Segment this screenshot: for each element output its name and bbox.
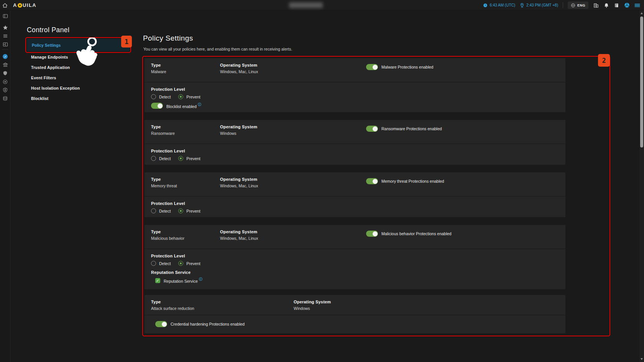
annotation-badge-2: 2 <box>598 54 610 67</box>
protection-level-label: Protection Level <box>151 87 185 92</box>
reputation-service-checkbox[interactable]: ✓ <box>155 278 160 283</box>
toggle-knob <box>373 231 378 236</box>
globe-icon <box>571 3 575 8</box>
control-panel-title: Control Panel <box>27 26 69 34</box>
os-label: Operating System <box>220 63 257 67</box>
sidebar-item-manage-endpoints[interactable]: Manage Endpoints <box>31 55 68 59</box>
sidebar-item-blocklist[interactable]: Blocklist <box>31 96 49 101</box>
detect-radio[interactable] <box>151 261 156 266</box>
info-icon[interactable]: i <box>199 277 202 281</box>
toggle-knob <box>373 179 378 184</box>
scrollbar-up-arrow-icon[interactable] <box>641 12 643 14</box>
policy-card-memory-threat: Type Memory threat Operating System Wind… <box>145 172 565 217</box>
sidebar-item-policy-settings[interactable]: Policy Settings <box>27 39 130 51</box>
toggle-label: Malware Protections enabled <box>381 65 433 69</box>
panel-toggle-icon[interactable] <box>0 13 10 19</box>
topbar-divider <box>563 2 563 8</box>
reputation-checkbox-label: Reputation Servicei <box>164 277 202 283</box>
toggle-label: Malicious behavior Protections enabled <box>381 231 452 236</box>
prevent-radio[interactable] <box>178 208 183 213</box>
policy-card-ransomware: Type Ransomware Operating System Windows… <box>145 120 565 165</box>
record-icon[interactable] <box>0 79 10 85</box>
policy-card-malicious-behavior: Type Malicious behavior Operating System… <box>145 225 565 289</box>
sidebar-item-trusted-application[interactable]: Trusted Application <box>31 65 70 70</box>
favorites-star-icon[interactable] <box>0 25 10 31</box>
memory-threat-protection-toggle[interactable] <box>366 178 378 184</box>
type-label: Type <box>151 300 161 304</box>
ransomware-protection-toggle[interactable] <box>366 126 378 132</box>
os-value: Windows, Mac, Linux <box>220 236 258 241</box>
card-divider <box>145 144 565 144</box>
os-value: Windows <box>294 306 310 311</box>
logo-text-suffix: UILA <box>23 2 36 8</box>
language-selector[interactable]: ENG <box>568 2 588 9</box>
reputation-service-label: Reputation Service <box>151 270 191 275</box>
protection-level-radios: Detect Prevent <box>151 94 208 99</box>
type-value: Malicious behavior <box>151 236 184 241</box>
type-value: Attack surface reduction <box>151 306 194 311</box>
toggle-label: Memory threat Protections enabled <box>381 179 444 183</box>
card-divider <box>145 249 565 249</box>
protection-level-label: Protection Level <box>151 254 185 258</box>
detect-radio[interactable] <box>151 156 156 161</box>
prevent-radio[interactable] <box>178 94 183 99</box>
protection-toggle-row: Ransomware Protections enabled <box>366 126 442 132</box>
credential-hardening-toggle[interactable] <box>155 321 167 327</box>
protection-toggle-row: Memory threat Protections enabled <box>366 178 444 184</box>
os-label: Operating System <box>220 124 257 129</box>
os-label: Operating System <box>220 177 257 182</box>
shield-user-icon[interactable] <box>0 87 10 93</box>
page-title: Policy Settings <box>143 34 193 43</box>
local-time: 2:43 PM (GMT +8) <box>520 3 558 8</box>
apps-menu-icon[interactable] <box>634 2 640 8</box>
os-value: Windows, Mac, Linux <box>220 183 258 188</box>
malware-protection-toggle[interactable] <box>366 64 378 70</box>
bank-icon[interactable] <box>0 62 10 68</box>
annotation-badge-1: 1 <box>121 36 132 48</box>
scrollbar-down-arrow-icon[interactable] <box>641 358 643 360</box>
protection-level-radios: Detect Prevent <box>151 156 208 161</box>
type-value: Malware <box>151 69 166 74</box>
support-globe-icon[interactable] <box>624 2 630 8</box>
notifications-bell-icon[interactable] <box>603 2 609 8</box>
type-value: Memory threat <box>151 183 177 188</box>
page-subtitle: You can view all your policies here, and… <box>143 47 292 51</box>
blocklist-toggle[interactable] <box>151 103 163 109</box>
dashboard-grid-icon[interactable] <box>0 41 10 48</box>
aquila-logo[interactable]: AUILA <box>13 2 36 8</box>
policy-card-attack-surface-reduction: Type Attack surface reduction Operating … <box>145 295 565 333</box>
toggle-label: Ransomware Protections enabled <box>381 126 442 131</box>
sidebar-item-event-filters[interactable]: Event Filters <box>31 75 56 80</box>
blocklist-toggle-label: Blocklist enabledi <box>166 103 201 109</box>
info-icon[interactable]: i <box>198 103 201 106</box>
policy-card-malware: Type Malware Operating System Windows, M… <box>145 58 565 112</box>
detect-radio[interactable] <box>151 208 156 213</box>
type-label: Type <box>151 177 161 182</box>
rail-divider <box>2 49 8 50</box>
vertical-scrollbar[interactable] <box>639 10 644 362</box>
scrollbar-thumb[interactable] <box>640 16 643 147</box>
toggle-knob <box>162 322 167 327</box>
type-label: Type <box>151 229 161 234</box>
card-divider <box>145 315 565 315</box>
toggle-knob <box>158 103 163 108</box>
documentation-icon[interactable] <box>614 2 619 8</box>
logo-q-icon <box>18 3 22 8</box>
type-value: Ransomware <box>151 131 175 136</box>
organization-icon[interactable] <box>593 2 599 8</box>
prevent-radio[interactable] <box>178 156 183 161</box>
toggle-knob <box>373 126 378 131</box>
detect-radio[interactable] <box>151 94 156 99</box>
prevent-radio[interactable] <box>178 261 183 266</box>
shield-icon[interactable] <box>0 70 10 76</box>
os-value: Windows, Mac, Linux <box>220 69 258 74</box>
reputation-service-row: ✓ Reputation Servicei <box>155 277 202 283</box>
compass-icon[interactable] <box>0 53 10 59</box>
malicious-behavior-protection-toggle[interactable] <box>366 231 378 237</box>
home-icon[interactable] <box>2 2 8 8</box>
database-icon[interactable] <box>0 95 10 102</box>
os-value: Windows <box>220 131 237 136</box>
menu-list-icon[interactable] <box>0 33 10 39</box>
protection-toggle-row: Malware Protections enabled <box>366 64 433 70</box>
sidebar-item-host-isolation-exception[interactable]: Host Isolation Exception <box>31 86 80 90</box>
